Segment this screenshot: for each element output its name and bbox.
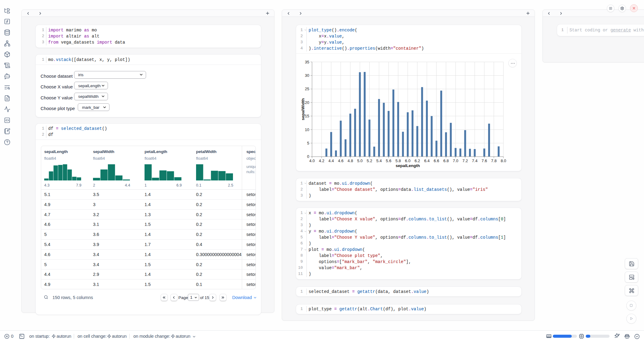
svg-text:0: 0	[307, 154, 309, 159]
svg-text:sepalWidth: sepalWidth	[301, 98, 305, 120]
svg-text:4.6: 4.6	[338, 159, 343, 163]
svg-text:sepalLength: sepalLength	[395, 163, 420, 168]
svg-text:4.0: 4.0	[309, 159, 315, 163]
svg-text:30: 30	[305, 73, 309, 78]
svg-text:35: 35	[305, 60, 309, 64]
svg-text:7.4: 7.4	[472, 159, 478, 163]
svg-text:6.8: 6.8	[443, 159, 449, 163]
svg-text:10: 10	[305, 127, 309, 132]
svg-text:5.4: 5.4	[376, 159, 382, 163]
svg-text:5: 5	[307, 141, 309, 145]
svg-text:7.8: 7.8	[491, 159, 497, 163]
svg-text:4.2: 4.2	[319, 159, 324, 163]
svg-text:6.0: 6.0	[405, 159, 410, 163]
svg-text:7.2: 7.2	[462, 159, 468, 163]
svg-text:5.2: 5.2	[367, 159, 372, 163]
svg-text:5.8: 5.8	[395, 159, 401, 163]
svg-text:6.2: 6.2	[415, 159, 420, 163]
svg-text:15: 15	[305, 114, 309, 118]
svg-text:8.0: 8.0	[501, 159, 506, 163]
svg-text:25: 25	[305, 87, 309, 91]
svg-text:7.0: 7.0	[453, 159, 458, 163]
svg-text:20: 20	[305, 100, 309, 105]
svg-text:6.6: 6.6	[434, 159, 439, 163]
svg-text:4.4: 4.4	[328, 159, 334, 163]
svg-text:5.6: 5.6	[386, 159, 391, 163]
svg-text:7.6: 7.6	[481, 159, 487, 163]
svg-text:6.4: 6.4	[424, 159, 430, 163]
svg-text:5.0: 5.0	[357, 159, 363, 163]
svg-text:4.8: 4.8	[348, 159, 353, 163]
